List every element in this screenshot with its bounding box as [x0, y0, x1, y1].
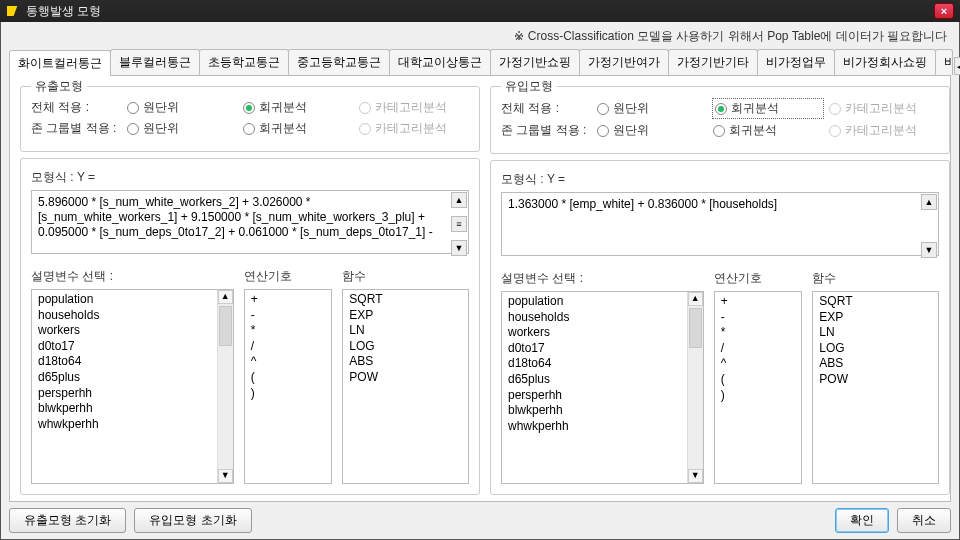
tab-home-other[interactable]: 가정기반기타 [668, 49, 758, 75]
list-item[interactable]: blwkperhh [38, 401, 215, 417]
outflow-ops-list[interactable]: + - * / ^ ( ) [244, 289, 333, 484]
inflow-ops-list[interactable]: + - * / ^ ( ) [714, 291, 803, 484]
list-item[interactable]: workers [508, 325, 685, 341]
list-item[interactable]: ^ [721, 356, 784, 372]
inflow-equation-input[interactable] [501, 192, 939, 256]
list-item[interactable]: d65plus [508, 372, 685, 388]
list-item[interactable]: ABS [819, 356, 920, 372]
outflow-all-regression[interactable]: 회귀분석 [243, 99, 353, 116]
list-item[interactable]: SQRT [819, 294, 920, 310]
outflow-all-unit[interactable]: 원단위 [127, 99, 237, 116]
scroll-down-icon[interactable]: ▼ [688, 469, 703, 483]
list-item[interactable]: d0to17 [508, 341, 685, 357]
tab-middle-high[interactable]: 중고등학교통근 [288, 49, 390, 75]
list-item[interactable]: + [721, 294, 784, 310]
tab-scroll-left[interactable]: ◄ [954, 57, 960, 75]
list-item[interactable]: - [721, 310, 784, 326]
scroll-thumb[interactable] [689, 308, 702, 348]
scroll-down-icon[interactable]: ▼ [451, 240, 467, 256]
list-item[interactable]: LN [819, 325, 920, 341]
inflow-eq-scrollbar[interactable]: ▲ ▼ [921, 194, 937, 258]
tab-university[interactable]: 대학교이상통근 [389, 49, 491, 75]
tab-elementary[interactable]: 초등학교통근 [199, 49, 289, 75]
scroll-up-icon[interactable]: ▲ [921, 194, 937, 210]
inflow-zone-unit[interactable]: 원단위 [597, 122, 707, 139]
outflow-equation-input[interactable] [31, 190, 469, 254]
list-item[interactable]: * [251, 323, 314, 339]
list-item[interactable]: ABS [349, 354, 450, 370]
inflow-vars-label: 설명변수 선택 : [501, 270, 704, 287]
list-item[interactable]: d18to64 [38, 354, 215, 370]
list-item[interactable]: SQRT [349, 292, 450, 308]
list-item[interactable]: d18to64 [508, 356, 685, 372]
outflow-vars-list[interactable]: population households workers d0to17 d18… [31, 289, 234, 484]
scrollbar[interactable]: ▲ ▼ [217, 290, 233, 483]
list-item[interactable]: households [38, 308, 215, 324]
radio-icon [127, 102, 139, 114]
list-item[interactable]: households [508, 310, 685, 326]
inflow-vars-list[interactable]: population households workers d0to17 d18… [501, 291, 704, 484]
tab-nonhome-work[interactable]: 비가정업무 [757, 49, 835, 75]
ok-button[interactable]: 확인 [835, 508, 889, 533]
list-item[interactable]: population [38, 292, 215, 308]
radio-icon [715, 103, 727, 115]
list-item[interactable]: LOG [349, 339, 450, 355]
list-item[interactable]: population [508, 294, 685, 310]
list-item[interactable]: LN [349, 323, 450, 339]
reset-outflow-button[interactable]: 유출모형 초기화 [9, 508, 126, 533]
list-item[interactable]: whwkperhh [38, 417, 215, 433]
list-item[interactable]: persperhh [38, 386, 215, 402]
outflow-vars-label: 설명변수 선택 : [31, 268, 234, 285]
list-item[interactable]: d65plus [38, 370, 215, 386]
tab-nonhome-company-other[interactable]: 비가정회사기타 [935, 49, 953, 75]
tab-nonhome-company-shopping[interactable]: 비가정회사쇼핑 [834, 49, 936, 75]
close-button[interactable]: × [934, 3, 954, 19]
scroll-thumb[interactable] [219, 306, 232, 346]
inflow-all-regression[interactable]: 회귀분석 [713, 99, 823, 118]
list-item[interactable]: LOG [819, 341, 920, 357]
list-item[interactable]: + [251, 292, 314, 308]
scroll-up-icon[interactable]: ▲ [688, 292, 703, 306]
cancel-button[interactable]: 취소 [897, 508, 951, 533]
inflow-zone-category: 카테고리분석 [829, 122, 939, 139]
scroll-lines-icon[interactable]: ≡ [451, 216, 467, 232]
outflow-zone-regression[interactable]: 회귀분석 [243, 120, 353, 137]
outflow-funcs-list[interactable]: SQRT EXP LN LOG ABS POW [342, 289, 469, 484]
list-item[interactable]: POW [349, 370, 450, 386]
list-item[interactable]: EXP [349, 308, 450, 324]
scroll-down-icon[interactable]: ▼ [218, 469, 233, 483]
tab-home-leisure[interactable]: 가정기반여가 [579, 49, 669, 75]
list-item[interactable]: blwkperhh [508, 403, 685, 419]
tab-home-shopping[interactable]: 가정기반쇼핑 [490, 49, 580, 75]
outflow-zone-unit[interactable]: 원단위 [127, 120, 237, 137]
list-item[interactable]: d0to17 [38, 339, 215, 355]
tab-blue-collar[interactable]: 블루컬러통근 [110, 49, 200, 75]
inflow-funcs-list[interactable]: SQRT EXP LN LOG ABS POW [812, 291, 939, 484]
outflow-eq-scrollbar[interactable]: ▲ ≡ ▼ [451, 192, 467, 256]
scroll-up-icon[interactable]: ▲ [451, 192, 467, 208]
list-item[interactable]: EXP [819, 310, 920, 326]
list-item[interactable]: POW [819, 372, 920, 388]
list-item[interactable]: * [721, 325, 784, 341]
list-item[interactable]: ) [721, 388, 784, 404]
outflow-ops-label: 연산기호 [244, 268, 333, 285]
inflow-all-unit[interactable]: 원단위 [597, 100, 707, 117]
list-item[interactable]: persperhh [508, 388, 685, 404]
list-item[interactable]: ) [251, 386, 314, 402]
tab-white-collar[interactable]: 화이트컬러통근 [9, 50, 111, 76]
list-item[interactable]: - [251, 308, 314, 324]
scroll-down-icon[interactable]: ▼ [921, 242, 937, 258]
list-item[interactable]: ( [251, 370, 314, 386]
list-item[interactable]: workers [38, 323, 215, 339]
list-item[interactable]: / [721, 341, 784, 357]
scroll-up-icon[interactable]: ▲ [218, 290, 233, 304]
tab-row: 화이트컬러통근 블루컬러통근 초등학교통근 중고등학교통근 대학교이상통근 가정… [9, 49, 951, 76]
list-item[interactable]: ^ [251, 354, 314, 370]
list-item[interactable]: / [251, 339, 314, 355]
list-item[interactable]: ( [721, 372, 784, 388]
inflow-zone-regression[interactable]: 회귀분석 [713, 122, 823, 139]
titlebar: 통행발생 모형 × [0, 0, 960, 22]
list-item[interactable]: whwkperhh [508, 419, 685, 435]
reset-inflow-button[interactable]: 유입모형 초기화 [134, 508, 251, 533]
scrollbar[interactable]: ▲ ▼ [687, 292, 703, 483]
